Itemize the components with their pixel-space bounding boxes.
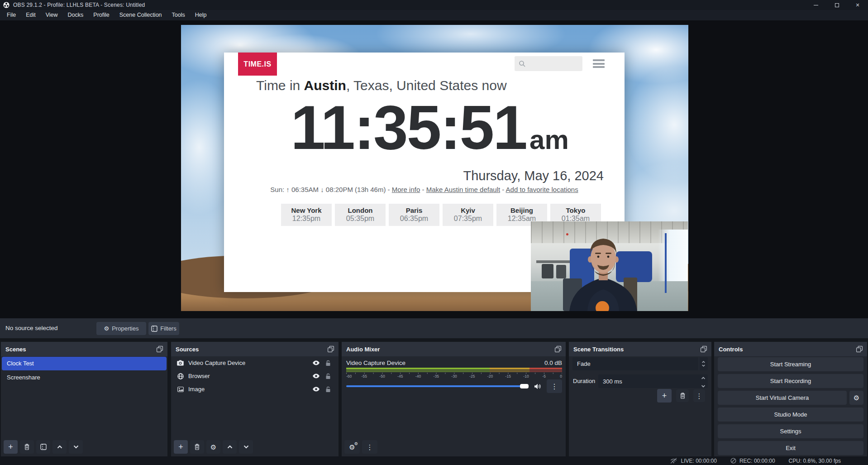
filters-button[interactable]: Filters [148, 322, 179, 335]
popout-icon[interactable] [700, 345, 708, 353]
close-icon: ✕ [855, 2, 859, 8]
chevron-down-icon [243, 445, 249, 449]
controls-title: Controls [719, 346, 855, 353]
audio-mixer-header: Audio Mixer [342, 342, 566, 356]
virtual-camera-settings-button[interactable]: ⚙ [849, 391, 863, 405]
menu-edit[interactable]: Edit [21, 10, 41, 20]
menu-bar: File Edit View Docks Profile Scene Colle… [0, 10, 868, 20]
audio-mixer-title: Audio Mixer [346, 346, 554, 353]
minimize-button[interactable] [806, 0, 826, 10]
meter-tick-label: -30 [451, 374, 457, 379]
scene-filters-button[interactable] [36, 440, 50, 454]
popout-icon[interactable] [156, 345, 164, 353]
lock-toggle[interactable] [324, 360, 332, 366]
source-item-video-capture-device[interactable]: Video Capture Device [171, 356, 339, 369]
clock-ampm: am [529, 124, 569, 155]
studio-mode-button[interactable]: Studio Mode [718, 407, 863, 422]
webcam-overlay[interactable] [531, 221, 688, 311]
spin-down-button[interactable] [701, 382, 706, 389]
properties-button[interactable]: ⚙ Properties [96, 322, 146, 335]
timeis-search-box [515, 56, 582, 71]
move-scene-up-button[interactable] [52, 440, 67, 454]
transition-menu-button[interactable]: ⋮ [693, 389, 705, 402]
timeis-link-make-default: Make Austin time default [426, 186, 500, 193]
menu-view[interactable]: View [41, 10, 63, 20]
mute-button[interactable] [532, 384, 543, 389]
visibility-toggle[interactable] [312, 360, 320, 365]
add-scene-button[interactable]: + [4, 440, 18, 454]
world-time-box: London05:35pm [335, 204, 386, 226]
move-source-down-button[interactable] [239, 440, 253, 454]
transition-select[interactable]: Fade [572, 357, 708, 370]
menu-tools[interactable]: Tools [167, 10, 190, 20]
menu-help[interactable]: Help [190, 10, 212, 20]
volume-slider[interactable] [346, 384, 529, 388]
menu-docks[interactable]: Docks [63, 10, 89, 20]
scene-item-screenshare[interactable]: Screenshare [2, 371, 167, 384]
source-item-image[interactable]: Image [171, 383, 339, 396]
scenes-panel: Scenes Clock Test Screenshare + [1, 342, 167, 456]
add-source-button[interactable]: + [174, 440, 188, 454]
eye-icon [312, 374, 320, 379]
scene-transitions-title: Scene Transitions [573, 346, 700, 353]
world-time-box: Kyiv07:35pm [443, 204, 493, 226]
scenes-title: Scenes [5, 346, 156, 353]
remove-transition-button[interactable] [676, 389, 689, 402]
properties-label: Properties [112, 325, 138, 332]
visibility-toggle[interactable] [312, 387, 320, 392]
window-title: OBS 29.1.2 - Profile: LLHLS BETA - Scene… [13, 2, 145, 8]
source-item-browser[interactable]: Browser [171, 369, 339, 383]
maximize-button[interactable] [826, 0, 847, 10]
cpu-fps-text: CPU: 0.6%, 30.00 fps [789, 458, 841, 464]
popout-icon[interactable] [327, 345, 335, 353]
lock-toggle[interactable] [324, 386, 332, 393]
menu-profile[interactable]: Profile [88, 10, 114, 20]
start-recording-button[interactable]: Start Recording [718, 374, 863, 388]
meter-tick-label: -15 [506, 374, 511, 379]
mixer-menu-button[interactable]: ⋮ [362, 440, 377, 454]
settings-button[interactable]: Settings [718, 424, 863, 438]
window-controls: ✕ [806, 0, 868, 10]
volume-slider-handle[interactable] [520, 384, 529, 388]
mixer-channel-name: Video Capture Device [346, 360, 405, 366]
mixer-channel-menu-button[interactable]: ⋮ [547, 379, 562, 393]
spin-up-button[interactable] [701, 374, 706, 381]
filters-icon [151, 326, 157, 332]
start-virtual-camera-button[interactable]: Start Virtual Camera [718, 391, 847, 405]
remove-scene-button[interactable] [20, 440, 34, 454]
timeis-heading: Time in Austin, Texas, United States now [256, 78, 507, 93]
visibility-toggle[interactable] [312, 374, 320, 379]
volume-meter [346, 370, 562, 372]
meter-tick-label: -25 [469, 374, 475, 379]
blue-pole [665, 233, 667, 293]
close-button[interactable]: ✕ [847, 0, 868, 10]
filters-icon [40, 444, 47, 450]
menu-file[interactable]: File [2, 10, 21, 20]
world-time-box: Paris06:35pm [389, 204, 439, 226]
exit-button[interactable]: Exit [718, 441, 863, 455]
scene-item-clock-test[interactable]: Clock Test [2, 357, 167, 370]
add-transition-button[interactable]: + [657, 389, 672, 403]
maximize-icon [835, 3, 839, 7]
move-scene-down-button[interactable] [69, 440, 83, 454]
menu-scene-collection[interactable]: Scene Collection [114, 10, 167, 20]
meter-tick-label: -35 [434, 374, 439, 379]
duration-spinbox[interactable]: 300 ms [598, 374, 708, 388]
remove-source-button[interactable] [190, 440, 204, 454]
scenes-toolbar: + [4, 440, 83, 454]
start-streaming-button[interactable]: Start Streaming [718, 357, 863, 371]
source-properties-button[interactable]: ⚙ [206, 440, 220, 454]
duration-label: Duration [573, 374, 595, 388]
advanced-audio-button[interactable]: ⚙⚙ [344, 440, 360, 454]
lock-toggle[interactable] [324, 373, 332, 379]
timeis-logo: TIME.IS [238, 53, 277, 76]
controls-panel: Controls Start Streaming Start Recording… [714, 342, 867, 456]
meter-tick-label: -5 [542, 374, 546, 379]
timeis-clock: 11:35:51 am [224, 96, 625, 158]
filters-label: Filters [160, 325, 176, 332]
popout-icon[interactable] [855, 345, 863, 353]
move-source-up-button[interactable] [223, 440, 237, 454]
scene-canvas[interactable]: TIME.IS Time in Austin, Texas, United St… [181, 25, 688, 311]
scenes-header: Scenes [1, 342, 167, 356]
popout-icon[interactable] [554, 345, 562, 353]
